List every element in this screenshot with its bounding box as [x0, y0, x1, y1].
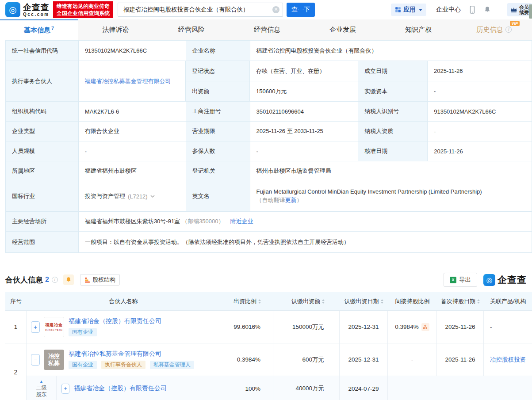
- partners-title: 合伙人信息: [5, 275, 43, 285]
- tab-history-info[interactable]: VIP 历史信息 i: [456, 19, 532, 40]
- tag-state-owned: 国有企业: [69, 328, 97, 336]
- table-row: 国标行业 投资与资产管理 (L7212) 英文名 Fujian Metallur…: [6, 181, 532, 212]
- company-type-value: 有限合伙企业: [79, 122, 186, 141]
- table-row: 主要经营场所 福建省福州市鼓楼区朱紫坊30号-91室 （邮编350000） 附近…: [6, 212, 532, 232]
- mobile-app-icon[interactable]: [470, 6, 475, 14]
- business-term-label: 营业期限: [186, 122, 250, 141]
- address-value: 福建省福州市鼓楼区朱紫坊30号-91室: [85, 217, 180, 225]
- col-first-date[interactable]: 首次持股日期: [437, 297, 484, 305]
- tab-operation-risk[interactable]: 经营风险: [153, 19, 229, 40]
- secondary-shareholder-block: ▲ 二级 股东: [27, 376, 57, 400]
- business-scope-label: 经营范围: [6, 232, 79, 253]
- approval-date-label: 核准日期: [358, 141, 428, 161]
- tab-operation-info[interactable]: 经营信息: [229, 19, 305, 40]
- subscribe-bell-icon[interactable]: [63, 274, 74, 285]
- equity-structure-button[interactable]: 股权结构: [80, 274, 120, 286]
- translate-update-link[interactable]: 更新: [285, 197, 297, 203]
- top-header: ◎ 企查查 Qcc.com 缔造有远见的商业传奇 全国企业信用查询系统 ✕ 查一…: [0, 0, 532, 19]
- subrow-date: 2024-07-29: [340, 376, 388, 400]
- equity-penetration-icon[interactable]: [421, 323, 429, 331]
- region-label: 所属地区: [6, 161, 79, 181]
- partner-row-2: − 冶控 私募 福建省冶控私募基金管理有限公司 国有企业 执行事务合伙人 私募基…: [27, 343, 532, 376]
- partners-table-header: 序号 合伙人名称 出资比例 认缴出资额 认缴出资日期 间接持股比例 首次持股日期…: [5, 292, 532, 311]
- apps-menu[interactable]: 应用: [391, 4, 426, 16]
- sort-icon: [477, 299, 480, 304]
- english-name-cell: Fujian Metallurgical Control MinDian Equ…: [250, 181, 532, 212]
- business-term-value: 2025-11-26 至 2033-11-25: [250, 122, 359, 141]
- col-ratio[interactable]: 出资比例: [220, 297, 273, 305]
- org-code-value: MAK2K7L6-6: [79, 102, 186, 122]
- reg-status-value: 存续（在营、开业、在册）: [250, 61, 358, 81]
- search-button[interactable]: 查一下: [287, 3, 315, 17]
- paid-capital-label: 实缴资本: [358, 81, 428, 102]
- reg-no-label: 工商注册号: [186, 102, 250, 122]
- col-amount[interactable]: 认缴出资额: [273, 297, 340, 305]
- tab-legal-litigation[interactable]: 法律诉讼: [78, 19, 153, 40]
- subrow-amount: 40000万元: [273, 376, 340, 400]
- brand-domain: Qcc.com: [23, 12, 50, 17]
- business-scope-value: 一般项目：以自有资金从事投资活动。（除依法须经批准的项目外，凭营业执照依法自主开…: [79, 232, 532, 253]
- partners-table: 序号 合伙人名称 出资比例 认缴出资额 认缴出资日期 间接持股比例 首次持股日期…: [5, 292, 532, 400]
- secondary-shareholder-link[interactable]: 福建省冶金（控股）有限责任公司: [74, 385, 167, 392]
- col-date[interactable]: 认缴出资日期: [340, 297, 388, 305]
- partners-info-icon[interactable]: i: [52, 277, 58, 283]
- clear-icon[interactable]: ✕: [272, 6, 279, 13]
- company-tabs: 基本信息7 法律诉讼 经营风险 经营信息 企业发展 知识产权 VIP 历史信息 …: [0, 19, 532, 40]
- collapse-triangle-icon[interactable]: ▲: [39, 379, 43, 384]
- expand-icon[interactable]: +: [31, 321, 40, 333]
- expand-icon[interactable]: +: [61, 384, 69, 394]
- table-row: 统一社会信用代码 91350102MAK2K7L66C 企业名称 福建省冶控闽电…: [6, 41, 532, 61]
- sort-icon: [258, 299, 261, 304]
- partner-company-link[interactable]: 福建省冶控私募基金管理有限公司: [69, 350, 194, 358]
- enterprise-center-link[interactable]: 企业中心: [436, 6, 461, 14]
- company-avatar: 冶控 私募: [44, 350, 64, 370]
- partner-subrow: ▲ 二级 股东 + 福建省冶金（控股）有限责任公司 100% 40000万元 2…: [27, 376, 532, 400]
- row2-date: 2025-12-31: [340, 343, 388, 376]
- history-info-icon[interactable]: i: [505, 27, 512, 33]
- col-indirect: 间接持股比例: [388, 297, 437, 305]
- export-button[interactable]: X 导出: [444, 273, 477, 287]
- sort-icon: [322, 299, 325, 304]
- row2-no: 2: [5, 343, 27, 400]
- table-row: 企业类型 有限合伙企业 营业期限 2025-11-26 至 2033-11-25…: [6, 122, 532, 141]
- related-product-link[interactable]: 冶控股权投资: [490, 356, 526, 364]
- credit-code-value: 91350102MAK2K7L66C: [79, 41, 186, 61]
- brand-name: 企查查: [23, 3, 50, 12]
- qcc-logo[interactable]: ◎ 企查查 Qcc.com: [5, 2, 50, 17]
- org-code-label: 组织机构代码: [6, 102, 79, 122]
- col-related: 关联产品/机构: [484, 297, 532, 305]
- company-name-label: 企业名称: [186, 41, 250, 61]
- row1-amount: 150000万元: [273, 311, 340, 343]
- establish-date-label: 成立日期: [358, 61, 428, 81]
- table-row: 经营范围 一般项目：以自有资金从事投资活动。（除依法须经批准的项目外，凭营业执照…: [6, 232, 532, 253]
- capital-value: 150600万元: [250, 81, 358, 102]
- apps-grid-icon: [395, 7, 401, 13]
- side-widget: [529, 4, 532, 19]
- notification-bell-icon[interactable]: [484, 6, 491, 13]
- search-input[interactable]: [118, 3, 283, 17]
- collapse-icon[interactable]: −: [31, 354, 40, 366]
- col-no: 序号: [5, 297, 27, 305]
- equity-structure-icon: [84, 277, 90, 283]
- partner-company-link[interactable]: 福建省冶金（控股）有限责任公司: [69, 317, 161, 325]
- row1-indirect: 0.3984%: [395, 324, 418, 330]
- nearby-companies-link[interactable]: 附近企业: [230, 217, 253, 225]
- membership-renewal-button[interactable]: 会员 续费: [507, 3, 532, 16]
- reg-status-label: 登记状态: [186, 61, 250, 81]
- company-type-label: 企业类型: [6, 122, 79, 141]
- tab-basic-info-count: 7: [51, 26, 54, 31]
- tab-basic-info[interactable]: 基本信息7: [0, 19, 78, 40]
- row2-indirect: -: [388, 343, 437, 376]
- table-row: 所属地区 福建省福州市鼓楼区 登记机关 福州市鼓楼区市场监督管理局: [6, 161, 532, 181]
- col-partner-name: 合伙人名称: [27, 297, 220, 305]
- industry-chevron-down-icon[interactable]: [150, 195, 155, 198]
- staff-size-value: -: [79, 141, 186, 161]
- tab-intellectual-property[interactable]: 知识产权: [381, 19, 456, 40]
- tab-company-development[interactable]: 企业发展: [305, 19, 381, 40]
- industry-value: 投资与资产管理: [85, 192, 125, 200]
- qcc-logo-icon: ◎: [5, 2, 20, 17]
- row1-date: 2025-12-31: [340, 311, 388, 343]
- row1-name-cell: + 福建冶金 FUJIAN YEJIN 福建省冶金（控股）有限责任公司 国有企业: [27, 311, 220, 343]
- executive-partner-link[interactable]: 福建省冶控私募基金管理有限公司: [85, 77, 171, 85]
- table-row: 组织机构代码 MAK2K7L6-6 工商注册号 350102110696604 …: [6, 102, 532, 122]
